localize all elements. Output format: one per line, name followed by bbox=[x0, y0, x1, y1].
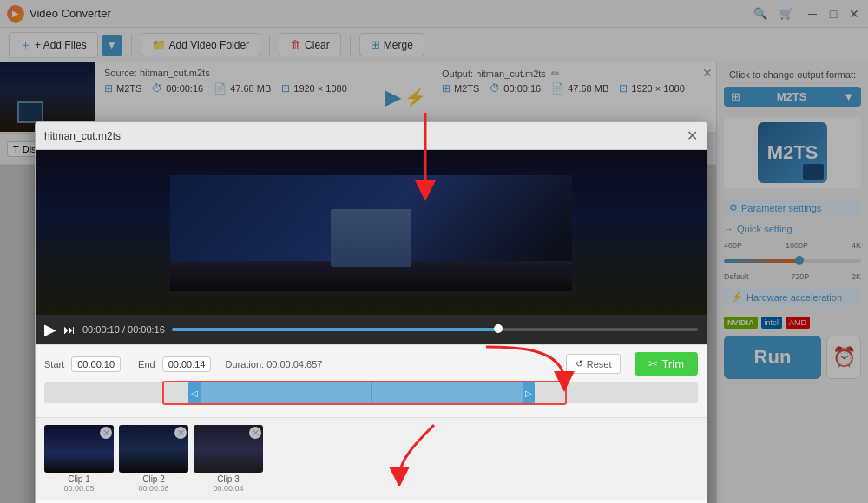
progress-fill bbox=[172, 328, 498, 331]
time-display: 00:00:10 / 00:00:16 bbox=[82, 324, 165, 335]
progress-thumb bbox=[494, 324, 503, 333]
clips-row: ✕ Clip 1 00:00:05 ✕ Clip 2 00:00:08 ✕ Cl… bbox=[36, 417, 707, 500]
trim-slider[interactable]: ◁ ▷ bbox=[44, 382, 698, 403]
clip-2-time: 00:00:08 bbox=[119, 484, 188, 493]
clip-2-close[interactable]: ✕ bbox=[174, 427, 187, 439]
clip-3-thumb: ✕ bbox=[194, 425, 263, 473]
transport-controls: ▶ ⏭ 00:00:10 / 00:00:16 bbox=[36, 315, 707, 344]
start-value[interactable]: 00:00:10 bbox=[71, 356, 121, 372]
trim-handle-left[interactable]: ◁ bbox=[188, 382, 201, 403]
trim-label: Trim bbox=[661, 357, 684, 370]
progress-bar[interactable] bbox=[172, 328, 698, 331]
dialog-footer: Tutorial > Ok Cancel bbox=[36, 500, 707, 503]
clip-2-thumb: ✕ bbox=[119, 425, 188, 473]
clip-3-time: 00:00:04 bbox=[194, 484, 263, 493]
clip-3: ✕ Clip 3 00:00:04 bbox=[194, 425, 263, 493]
trim-handle-right[interactable]: ▷ bbox=[523, 382, 535, 403]
trim-dialog: hitman_cut.m2ts ✕ ▶ ⏭ 00:00:10 / 00:00:1… bbox=[35, 121, 707, 503]
step-button[interactable]: ⏭ bbox=[63, 323, 76, 336]
clip-1-time: 00:00:05 bbox=[44, 484, 114, 493]
end-label: End bbox=[138, 359, 155, 369]
clip-3-label: Clip 3 bbox=[194, 474, 263, 484]
trim-close-button[interactable]: ✕ bbox=[687, 127, 698, 144]
clip-1-thumb: ✕ bbox=[44, 425, 114, 473]
trim-marker bbox=[371, 382, 372, 403]
trim-slider-container: ◁ ▷ bbox=[44, 382, 698, 403]
clip-3-close[interactable]: ✕ bbox=[249, 427, 261, 439]
clip-1: ✕ Clip 1 00:00:05 bbox=[44, 425, 114, 493]
reset-label: Reset bbox=[587, 359, 612, 369]
scissors-icon: ✂ bbox=[648, 357, 658, 370]
end-value[interactable]: 00:00:14 bbox=[162, 356, 212, 372]
clip-2-label: Clip 2 bbox=[119, 474, 188, 484]
duration-label: Duration: 00:00:04.657 bbox=[225, 359, 322, 369]
trim-times: Start 00:00:10 End 00:00:14 Duration: 00… bbox=[44, 352, 698, 376]
trim-dialog-title: hitman_cut.m2ts bbox=[44, 130, 121, 142]
trim-title-bar: hitman_cut.m2ts ✕ bbox=[36, 122, 707, 150]
start-label: Start bbox=[44, 359, 64, 369]
video-preview bbox=[36, 150, 707, 315]
trim-controls: Start 00:00:10 End 00:00:14 Duration: 00… bbox=[36, 344, 707, 417]
video-content bbox=[170, 175, 573, 291]
clip-1-label: Clip 1 bbox=[44, 474, 114, 484]
video-figure bbox=[331, 209, 411, 267]
trim-button[interactable]: ✂ Trim bbox=[635, 352, 698, 376]
reset-icon: ↺ bbox=[575, 358, 583, 369]
reset-button[interactable]: ↺ Reset bbox=[566, 354, 621, 374]
video-dark-bg bbox=[36, 150, 707, 315]
clip-1-close[interactable]: ✕ bbox=[100, 427, 112, 439]
clip-2: ✕ Clip 2 00:00:08 bbox=[119, 425, 188, 493]
play-button[interactable]: ▶ bbox=[44, 320, 56, 339]
trim-fill bbox=[188, 382, 535, 403]
